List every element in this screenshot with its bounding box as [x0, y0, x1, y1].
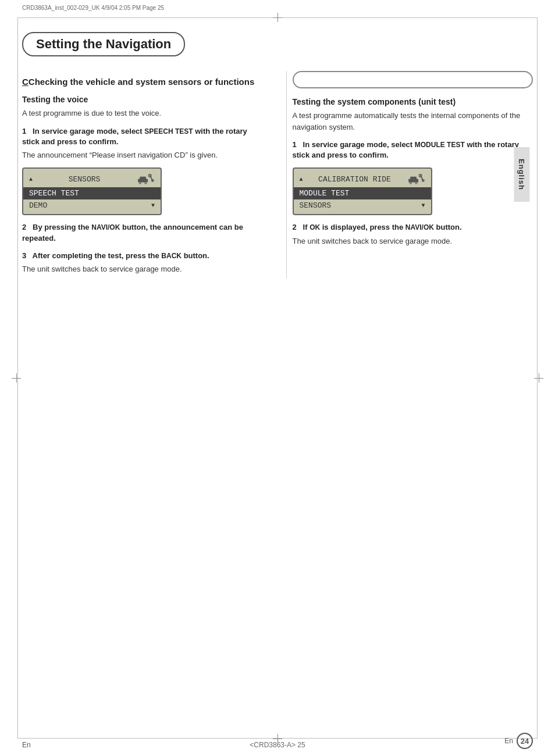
- step1-left: 1 In service garage mode, select SPEECH …: [22, 126, 263, 147]
- subsection-heading-system: Testing the system components (unit test…: [293, 97, 533, 106]
- lcd1-row1: SENSORS: [23, 171, 161, 187]
- lcd-screen-1: SENSORS SPEECH TEST: [22, 167, 162, 215]
- lcd2-icon: [408, 173, 425, 186]
- footer-center: <CRD3863-A> 25: [250, 741, 305, 749]
- lcd-screen-2: CALIBRATION RIDE MODULE TEST SE: [293, 167, 432, 215]
- svg-rect-1: [140, 177, 146, 180]
- main-content: Setting the Navigation CChecking the veh…: [22, 32, 533, 730]
- header-file-label: CRD3863A_inst_002-029_UK 4/9/04 2:05 PM …: [22, 5, 164, 11]
- step1-right: 1 In service garage mode, select MODULE …: [293, 140, 533, 161]
- page-title: Setting the Navigation: [36, 37, 171, 52]
- crosshair-right-middle: [534, 373, 543, 383]
- svg-point-10: [415, 182, 417, 184]
- svg-rect-8: [410, 177, 417, 180]
- page-number: 24: [517, 733, 533, 749]
- footer-left: En: [22, 741, 31, 749]
- lcd2-row3: SENSORS: [294, 199, 431, 212]
- svg-point-3: [145, 182, 147, 184]
- crosshair-top-center: [273, 13, 282, 22]
- left-column: CChecking the vehicle and system sensors…: [22, 71, 269, 278]
- columns: CChecking the vehicle and system sensors…: [22, 71, 533, 278]
- step2-left: 2 By pressing the NAVI/OK button, the an…: [22, 222, 263, 243]
- step3-left-body: The unit switches back to service garage…: [22, 263, 263, 275]
- subsection-heading-voice: Testing the voice: [22, 95, 263, 104]
- step1-left-body: The announcement “Please insert navigati…: [22, 149, 263, 161]
- step2-right: 2 If OK is displayed, press the NAVI/OK …: [293, 222, 533, 233]
- footer-en-label: En: [504, 737, 513, 745]
- svg-point-9: [410, 182, 412, 184]
- lcd1-icon: [137, 173, 155, 186]
- lcd2-row2: MODULE TEST: [294, 187, 431, 199]
- system-intro: A test programme automatically tests the…: [293, 110, 533, 133]
- lcd1-row3: DEMO: [23, 199, 161, 212]
- right-title-box: [293, 71, 533, 88]
- voice-intro: A test programme is due to test the voic…: [22, 108, 263, 119]
- footer-right: En 24: [504, 733, 533, 749]
- title-box: Setting the Navigation: [22, 32, 185, 56]
- lcd1-row2: SPEECH TEST: [23, 187, 161, 199]
- step3-left: 3 After completing the test, press the B…: [22, 251, 263, 261]
- sidebar-english: English: [514, 147, 530, 202]
- svg-point-2: [139, 182, 141, 184]
- step2-right-body: The unit switches back to service garage…: [293, 236, 533, 247]
- crosshair-left-middle: [12, 373, 21, 383]
- section-heading-check: CChecking the vehicle and system sensors…: [22, 77, 263, 87]
- lcd2-row1: CALIBRATION RIDE: [294, 171, 431, 187]
- right-column: English Testing the system components (u…: [286, 71, 533, 278]
